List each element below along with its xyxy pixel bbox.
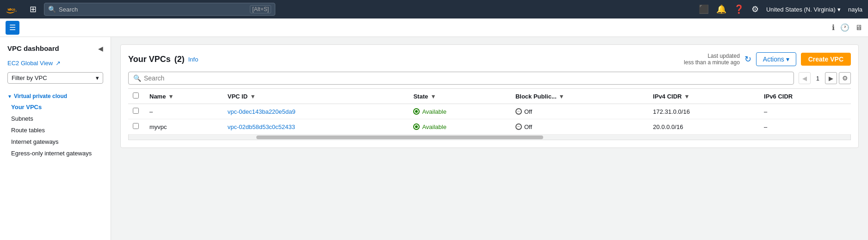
- vpc-table-body: –vpc-0dec143ba220e5da9 Available − Off 1…: [128, 104, 851, 135]
- vpc-id-cell: vpc-02db58d53c0c52433: [223, 119, 409, 135]
- aws-logo[interactable]: [6, 1, 22, 18]
- help-icon[interactable]: ❓: [734, 4, 744, 14]
- sidebar-header: VPC dashboard ◀: [0, 44, 111, 58]
- vpc-name-cell: –: [145, 104, 223, 119]
- top-navigation: ⊞ 🔍 [Alt+S] ⬛ 🔔 ❓ ⚙ United States (N. Vi…: [0, 0, 868, 18]
- panel-title-row: Your VPCs (2) Info: [128, 55, 198, 64]
- vpc-ipv4-cell: 20.0.0.0/16: [648, 119, 759, 135]
- refresh-button[interactable]: ↻: [744, 54, 751, 64]
- block-off-text: Off: [524, 123, 532, 130]
- info-link[interactable]: Info: [188, 56, 198, 63]
- row-checkbox-1[interactable]: [133, 123, 139, 129]
- vpc-id-link[interactable]: vpc-02db58d53c0c52433: [228, 123, 295, 130]
- settings-icon[interactable]: ⚙: [751, 4, 759, 14]
- state-text: Available: [422, 108, 446, 115]
- sidebar-item-subnets[interactable]: Subnets: [0, 113, 111, 124]
- ec2-global-view-link[interactable]: EC2 Global View ↗: [0, 58, 111, 68]
- state-text: Available: [422, 123, 446, 130]
- table-search-icon: 🔍: [133, 74, 141, 82]
- page-next-button[interactable]: ▶: [825, 72, 837, 84]
- vpc-ipv6-cell: –: [759, 104, 851, 119]
- filter-by-vpc-dropdown[interactable]: Filter by VPC ▾: [7, 72, 103, 84]
- row-checkbox-cell: [128, 104, 145, 119]
- actions-button[interactable]: Actions ▾: [756, 52, 796, 66]
- col-block-header[interactable]: Block Public... ▾: [511, 89, 648, 104]
- terminal-icon[interactable]: ⬛: [699, 4, 709, 14]
- info-icon[interactable]: ℹ: [832, 23, 835, 32]
- last-updated-text: Last updated less than a minute ago: [684, 53, 740, 66]
- block-off-icon: −: [515, 123, 522, 130]
- pagination: ◀ 1 ▶ ⚙: [799, 72, 851, 84]
- block-off-text: Off: [524, 108, 532, 115]
- block-off-icon: −: [515, 108, 522, 115]
- table-row[interactable]: –vpc-0dec143ba220e5da9 Available − Off 1…: [128, 104, 851, 119]
- vpc-panel: Your VPCs (2) Info Last updated less tha…: [120, 44, 859, 148]
- global-search[interactable]: 🔍 [Alt+S]: [44, 3, 275, 16]
- region-chevron-icon: ▾: [837, 6, 841, 13]
- last-updated-label: Last updated less than a minute ago: [684, 53, 740, 66]
- table-scrollbar[interactable]: [128, 135, 851, 140]
- ipv4-sort-icon: ▾: [685, 93, 688, 100]
- region-selector[interactable]: United States (N. Virginia) ▾: [766, 6, 841, 13]
- col-vpcid-header[interactable]: VPC ID ▾: [223, 89, 409, 104]
- select-all-col: [128, 89, 145, 104]
- vpc-ipv6-cell: –: [759, 119, 851, 135]
- main-content: Your VPCs (2) Info Last updated less tha…: [111, 37, 868, 240]
- sidebar-collapse-button[interactable]: ◀: [98, 45, 103, 52]
- page-number: 1: [812, 75, 823, 82]
- panel-actions: Last updated less than a minute ago ↻ Ac…: [684, 52, 851, 66]
- vpc-ipv4-cell: 172.31.0.0/16: [648, 104, 759, 119]
- state-sort-icon: ▾: [432, 93, 435, 100]
- sidebar-item-route-tables[interactable]: Route tables: [0, 124, 111, 136]
- panel-header: Your VPCs (2) Info Last updated less tha…: [128, 52, 851, 66]
- vpc-id-cell: vpc-0dec143ba220e5da9: [223, 104, 409, 119]
- state-available-icon: [413, 123, 420, 130]
- nav-section-header[interactable]: ▼ Virtual private cloud: [0, 87, 111, 101]
- search-input[interactable]: [59, 6, 247, 13]
- sidebar-item-egress-only-internet-gateways[interactable]: Egress-only internet gateways: [0, 148, 111, 159]
- select-all-checkbox[interactable]: [133, 92, 139, 98]
- nav-right: ⬛ 🔔 ❓ ⚙ United States (N. Virginia) ▾ na…: [699, 4, 862, 14]
- clock-icon[interactable]: 🕐: [840, 23, 849, 32]
- panel-title: Your VPCs: [128, 55, 171, 64]
- search-icon: 🔍: [48, 6, 56, 13]
- second-bar: ☰ ℹ 🕐 🖥: [0, 18, 868, 37]
- row-checkbox-0[interactable]: [133, 108, 139, 114]
- vpcid-sort-icon: ▾: [251, 93, 254, 100]
- section-chevron-icon: ▼: [7, 94, 12, 99]
- col-state-header[interactable]: State ▾: [409, 89, 510, 104]
- sidebar-title: VPC dashboard: [7, 44, 59, 52]
- vpc-name-cell: myvpc: [145, 119, 223, 135]
- col-ipv4-header[interactable]: IPv4 CIDR ▾: [648, 89, 759, 104]
- col-ipv6-header: IPv6 CIDR: [759, 89, 851, 104]
- table-header-row: Name ▾ VPC ID ▾ State ▾ Block Public..: [128, 89, 851, 104]
- vpc-table: Name ▾ VPC ID ▾ State ▾ Block Public..: [128, 88, 851, 135]
- user-menu[interactable]: nayla: [848, 6, 862, 13]
- state-available-icon: [413, 108, 420, 115]
- dropdown-chevron-icon: ▾: [96, 74, 99, 81]
- monitor-icon[interactable]: 🖥: [855, 24, 862, 32]
- vpc-state-cell: Available: [409, 104, 510, 119]
- sidebar: VPC dashboard ◀ EC2 Global View ↗ Filter…: [0, 37, 111, 240]
- hamburger-button[interactable]: ☰: [6, 21, 19, 35]
- table-settings-button[interactable]: ⚙: [839, 72, 851, 84]
- row-checkbox-cell: [128, 119, 145, 135]
- table-search-bar[interactable]: 🔍: [128, 72, 794, 85]
- external-link-icon: ↗: [56, 60, 61, 67]
- second-bar-right: ℹ 🕐 🖥: [832, 23, 862, 32]
- block-sort-icon: ▾: [560, 93, 563, 100]
- bell-icon[interactable]: 🔔: [716, 4, 726, 14]
- vpc-block-public-cell: − Off: [511, 119, 648, 135]
- panel-count: (2): [174, 55, 185, 64]
- sidebar-item-internet-gateways[interactable]: Internet gateways: [0, 136, 111, 148]
- table-row[interactable]: myvpcvpc-02db58d53c0c52433 Available − O…: [128, 119, 851, 135]
- col-name-header[interactable]: Name ▾: [145, 89, 223, 104]
- create-vpc-button[interactable]: Create VPC: [801, 53, 851, 66]
- sidebar-nav-items: Your VPCsSubnetsRoute tablesInternet gat…: [0, 101, 111, 159]
- vpc-id-link[interactable]: vpc-0dec143ba220e5da9: [228, 108, 296, 115]
- scrollbar-thumb[interactable]: [256, 135, 543, 139]
- page-prev-button[interactable]: ◀: [799, 72, 811, 84]
- grid-icon[interactable]: ⊞: [28, 2, 38, 16]
- sidebar-item-your-vpcs[interactable]: Your VPCs: [0, 101, 111, 113]
- table-search-input[interactable]: [144, 74, 789, 82]
